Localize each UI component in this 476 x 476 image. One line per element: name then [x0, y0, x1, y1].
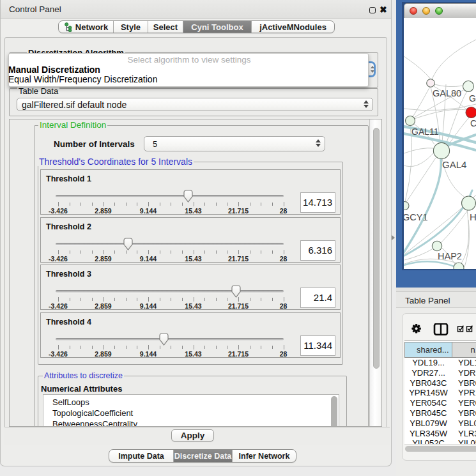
svg-text:GCY1: GCY1 — [404, 212, 428, 222]
svg-text:GAL80: GAL80 — [433, 88, 461, 98]
svg-text:H: H — [470, 211, 476, 222]
svg-text:GA: GA — [469, 93, 476, 104]
svg-text:GAL11: GAL11 — [411, 127, 439, 137]
svg-text:C: C — [470, 118, 476, 128]
svg-text:HAP2: HAP2 — [438, 251, 462, 261]
svg-text:GAL4: GAL4 — [442, 159, 466, 170]
